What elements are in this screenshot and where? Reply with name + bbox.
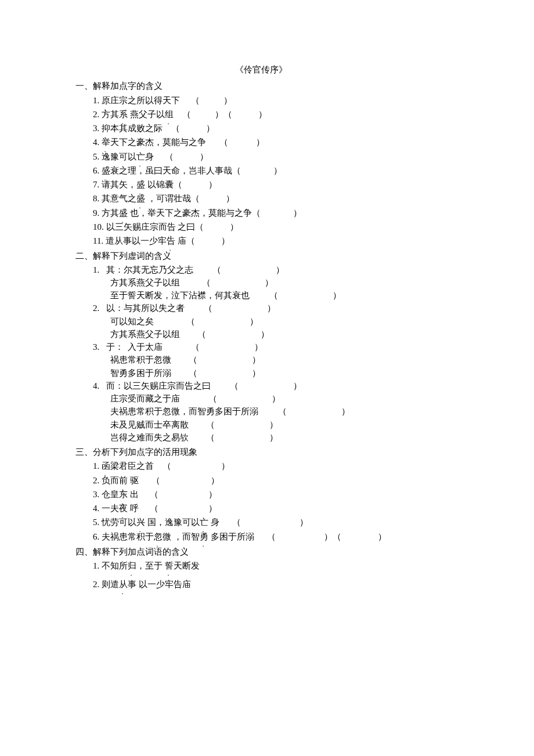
s3-item-5: 5. 忧劳可以兴 国，逸豫可以亡 身 （ ） — [93, 515, 517, 529]
s2-g4-l2: 庄宗受而藏之于庙 （ ） — [110, 392, 517, 405]
s3-item-3: 3. 仓皇东 出 （ ） — [93, 487, 517, 501]
s2-g2-l2: 可以知之矣 （ ） — [110, 315, 517, 328]
dot-char: 原 — [102, 95, 110, 106]
s1-item-1: 1. 原庄宗之所以得天下 （ ） — [93, 93, 517, 107]
dot-char: 从事 — [119, 578, 136, 590]
dot-char: 告 — [167, 235, 175, 247]
s4-item-2: 2. 则遣从事 以一少牢告庙 — [93, 573, 517, 591]
s2-g4-l4: 未及见贼而士卒离散 （ ） — [110, 418, 517, 431]
s1-item-6: 6. 盛衰之理，虽曰天命，岂非人事哉（ ） — [93, 164, 517, 178]
s3-item-2: 2. 负而前 驱 （ ） — [93, 473, 517, 487]
s1-item-7: 7. 请其矢，盛 以锦囊（ ） — [93, 178, 517, 191]
s1-item-11: 11. 遣从事以一少牢告 庙（ ） — [93, 234, 517, 248]
section-head-1: 一、解释加点字的含义 — [75, 80, 517, 92]
s1-item-3: 3. 抑本其成败之际 （ ） — [93, 121, 517, 135]
s1-item-2: 2. 方其系 燕父子以组 （ ）（ ） — [93, 107, 517, 121]
dot-char: 盛 — [136, 193, 145, 204]
dot-char: 盛 — [136, 179, 145, 190]
s2-g2-l3: 方其系燕父子以组 （ ） — [110, 328, 517, 341]
dot-char: 举 — [102, 136, 110, 148]
dot-char: 誓天 — [165, 560, 182, 571]
s2-g3-l1: 3. 于： 入于太庙 （ ） — [93, 341, 517, 353]
s2-g4-l1: 4. 而：以三矢赐庄宗而告之曰 （ ） — [93, 379, 517, 392]
s1-item-5: 5. 逸豫可以亡身 （ ） — [93, 150, 517, 164]
s2-g2-l1: 2. 以：与其所以失之者 （ ） — [93, 302, 517, 314]
dot-char: 亡 — [200, 516, 208, 528]
dot-char: 函 — [102, 460, 110, 472]
dot-char: 告 — [167, 221, 176, 233]
dot-char: 亡 — [136, 151, 145, 162]
dot-char: 归 — [128, 560, 136, 571]
section-head-3: 三、分析下列加点字的活用现象 — [75, 446, 517, 458]
s2-g1-l3: 至于誓天断发，泣下沾襟，何其衰也 （ ） — [110, 289, 517, 302]
document-page: 《伶官传序》 一、解释加点字的含义 1. 原庄宗之所以得天下 （ ） 2. 方其… — [0, 0, 517, 592]
s1-item-10: 10. 以三矢赐庄宗而告 之曰（ ） — [93, 220, 517, 234]
s3-item-6: 6. 夫祸患常积于忽微 ，而智勇 多困于所溺 （ ）（ ） — [93, 530, 517, 544]
s2-g1-l1: 1. 其：尔其无忘乃父之志 （ ） — [93, 263, 517, 276]
dot-char: 组 — [165, 108, 174, 120]
s4-item-1: 1. 不知所归，至于 誓天断发 — [93, 559, 517, 573]
section-head-4: 四、解释下列加点词语的含义 — [75, 546, 517, 558]
s3-item-1: 1. 函梁君臣之首 （ ） — [93, 459, 517, 473]
dot-char: 兴 — [136, 516, 145, 528]
s3-item-4: 4. 一夫夜 呼 （ ） — [93, 501, 517, 515]
dot-char: 前 — [119, 475, 128, 486]
dot-char: 忽微 — [154, 531, 171, 542]
dot-char: 抑 — [102, 122, 110, 134]
document-title: 《伶官传序》 — [75, 64, 447, 75]
s2-g3-l3: 智勇多困于所溺 （ ） — [110, 367, 517, 379]
section-head-2: 二、解释下列虚词的含义 — [75, 250, 517, 262]
s1-item-8: 8. 其意气之盛 ，可谓壮哉（ ） — [93, 191, 517, 205]
s2-g3-l2: 祸患常积于忽微 （ ） — [110, 353, 517, 366]
s2-g4-l3: 夫祸患常积于忽微，而智勇多困于所溺 （ ） — [110, 405, 517, 418]
dot-char: 盛 — [102, 165, 110, 176]
s2-g4-l5: 岂得之难而失之易欤 （ ） — [110, 431, 517, 444]
s2-g1-l2: 方其系燕父子以组 （ ） — [110, 276, 517, 289]
dot-char: 盛 — [119, 207, 128, 219]
dot-char: 夜 — [119, 502, 128, 514]
dot-char: 东 — [119, 489, 128, 500]
s1-item-4: 4. 举天下之豪杰，莫能与之争 （ ） — [93, 135, 517, 149]
dot-char: 系 — [119, 108, 128, 120]
s1-item-9: 9. 方其盛 也，举天下之豪杰，莫能与之争（ ） — [93, 206, 517, 220]
dot-char: 勇 — [200, 531, 208, 542]
